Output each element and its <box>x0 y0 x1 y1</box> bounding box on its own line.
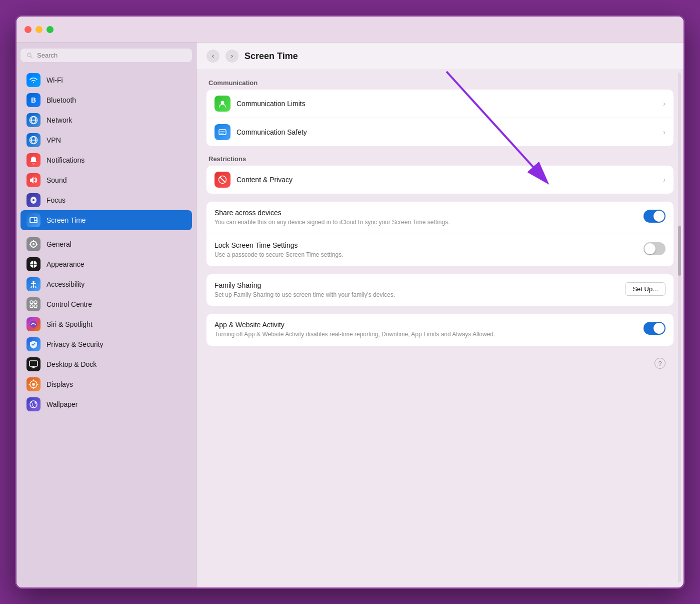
svg-point-14 <box>32 243 34 245</box>
maximize-button[interactable] <box>46 26 54 33</box>
sidebar-item-controlcentre[interactable]: Control Centre <box>20 294 192 314</box>
sidebar-item-privacy[interactable]: Privacy & Security <box>20 334 192 354</box>
sidebar-item-accessibility[interactable]: Accessibility <box>20 274 192 294</box>
share-across-row: Share across devices You can enable this… <box>206 202 674 234</box>
family-sharing-row: Family Sharing Set up Family Sharing to … <box>206 274 674 306</box>
sidebar-item-general[interactable]: General <box>20 234 192 254</box>
share-across-desc: You can enable this on any device signed… <box>214 218 638 227</box>
sidebar-label-accessibility: Accessibility <box>46 280 84 288</box>
sidebar-item-bluetooth[interactable]: B Bluetooth <box>20 90 192 110</box>
sidebar-item-wifi[interactable]: Wi-Fi <box>20 70 192 90</box>
comm-limits-chevron: › <box>663 100 666 108</box>
restrictions-section-label: Restrictions <box>208 155 674 163</box>
page-title: Screen Time <box>244 51 298 62</box>
sidebar-label-vpn: VPN <box>46 136 61 144</box>
main-content: Communication Communication Limits › <box>196 70 684 587</box>
sidebar-label-bluetooth: Bluetooth <box>46 96 76 104</box>
siri-icon <box>26 317 40 331</box>
sidebar-item-notifications[interactable]: Notifications <box>20 150 192 170</box>
app-website-card: App & Website Activity Turning off App &… <box>206 314 674 346</box>
communication-card: Communication Limits › Communication Saf… <box>206 90 674 146</box>
sidebar-label-controlcentre: Control Centre <box>46 300 92 308</box>
sidebar: Wi-Fi B Bluetooth Network <box>16 43 196 587</box>
sidebar-item-wallpaper[interactable]: Wallpaper <box>20 394 192 414</box>
search-input[interactable] <box>37 52 186 59</box>
sidebar-label-appearance: Appearance <box>46 260 84 268</box>
sidebar-item-desktop[interactable]: Desktop & Dock <box>20 354 192 374</box>
content-privacy-icon <box>214 172 230 188</box>
content-privacy-row[interactable]: Content & Privacy › <box>206 166 674 194</box>
svg-line-40 <box>220 177 225 182</box>
app-website-desc: Turning off App & Website Activity disab… <box>214 330 638 339</box>
controlcentre-icon <box>26 297 40 311</box>
share-across-title: Share across devices <box>214 209 638 217</box>
main-window: Wi-Fi B Bluetooth Network <box>15 15 685 589</box>
network-icon <box>26 113 40 127</box>
focus-icon <box>26 193 40 207</box>
sidebar-label-screentime: Screen Time <box>46 216 86 224</box>
sidebar-label-siri: Siri & Spotlight <box>46 320 92 328</box>
sidebar-item-vpn[interactable]: VPN <box>20 130 192 150</box>
svg-rect-26 <box>30 361 38 366</box>
appearance-icon <box>26 257 40 271</box>
forward-button[interactable]: › <box>226 50 238 63</box>
sidebar-item-appearance[interactable]: Appearance <box>20 254 192 274</box>
content-area: Wi-Fi B Bluetooth Network <box>16 43 684 587</box>
sidebar-label-general: General <box>46 240 72 248</box>
wifi-icon <box>26 73 40 87</box>
app-website-title: App & Website Activity <box>214 321 638 329</box>
sidebar-label-focus: Focus <box>46 196 66 204</box>
titlebar <box>16 17 684 43</box>
family-sharing-card: Family Sharing Set up Family Sharing to … <box>206 274 674 306</box>
general-icon <box>26 237 40 251</box>
toggles-card: Share across devices You can enable this… <box>206 202 674 266</box>
app-website-toggle[interactable] <box>644 322 666 335</box>
sidebar-item-siri[interactable]: Siri & Spotlight <box>20 314 192 334</box>
sidebar-item-network[interactable]: Network <box>20 110 192 130</box>
back-button[interactable]: ‹ <box>206 50 220 63</box>
lock-screentime-toggle[interactable] <box>644 242 666 255</box>
sidebar-item-focus[interactable]: Focus <box>20 190 192 210</box>
close-button[interactable] <box>24 26 32 33</box>
svg-point-34 <box>32 383 35 386</box>
sidebar-label-notifications: Notifications <box>46 156 84 164</box>
traffic-lights <box>24 26 54 33</box>
family-sharing-desc: Set up Family Sharing to use screen time… <box>214 291 619 299</box>
content-privacy-label: Content & Privacy <box>236 176 657 184</box>
help-button[interactable]: ? <box>654 358 666 369</box>
svg-rect-38 <box>219 130 226 135</box>
svg-rect-11 <box>34 218 36 220</box>
svg-rect-12 <box>34 221 36 222</box>
sidebar-item-sound[interactable]: Sound <box>20 170 192 190</box>
svg-point-20 <box>32 281 34 283</box>
sidebar-label-wifi: Wi-Fi <box>46 76 63 84</box>
sidebar-label-network: Network <box>46 116 72 124</box>
desktop-icon <box>26 357 40 371</box>
sidebar-label-wallpaper: Wallpaper <box>46 400 78 408</box>
svg-point-22 <box>34 301 37 304</box>
communication-safety-row[interactable]: Communication Safety › <box>206 118 674 146</box>
app-website-row: App & Website Activity Turning off App &… <box>206 314 674 346</box>
sidebar-label-sound: Sound <box>46 176 66 184</box>
svg-point-24 <box>34 305 37 308</box>
sidebar-item-screentime[interactable]: Screen Time <box>20 210 192 230</box>
content-privacy-chevron: › <box>663 176 666 184</box>
screentime-icon <box>26 213 40 227</box>
sidebar-label-displays: Displays <box>46 380 73 388</box>
sidebar-label-privacy: Privacy & Security <box>46 340 104 348</box>
search-box[interactable] <box>20 49 192 62</box>
notifications-icon <box>26 153 40 167</box>
privacy-icon <box>26 337 40 351</box>
svg-point-36 <box>34 402 36 404</box>
family-sharing-title: Family Sharing <box>214 281 619 289</box>
svg-point-21 <box>30 301 33 304</box>
lock-screentime-title: Lock Screen Time Settings <box>214 241 638 249</box>
setup-button[interactable]: Set Up... <box>625 282 666 296</box>
main-header: ‹ › Screen Time <box>196 43 684 70</box>
share-across-toggle[interactable] <box>644 210 666 223</box>
svg-point-25 <box>30 321 37 328</box>
minimize-button[interactable] <box>36 26 42 33</box>
communication-limits-row[interactable]: Communication Limits › <box>206 90 674 118</box>
communication-section-label: Communication <box>208 79 674 87</box>
sidebar-item-displays[interactable]: Displays <box>20 374 192 394</box>
